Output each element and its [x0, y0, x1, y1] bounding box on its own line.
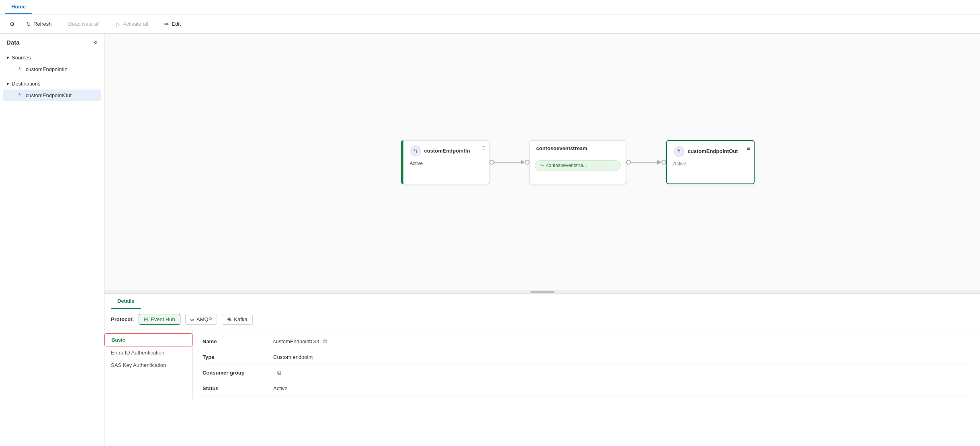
- endpoint-in-icon: ↰: [18, 66, 23, 72]
- field-value-type: Custom endpoint: [273, 354, 970, 360]
- connector-line-2: [631, 162, 657, 163]
- deactivate-all-button[interactable]: Deactivate all: [63, 19, 104, 29]
- connector-dot-3: [626, 160, 631, 165]
- connector-line-1: [494, 162, 521, 163]
- details-left-nav: Basic Entra ID Authentication SAS Key Au…: [104, 330, 193, 399]
- field-label-consumer-group: Consumer group: [203, 370, 267, 376]
- sidebar-title: Data: [6, 39, 20, 46]
- sidebar-item-label-customEndpointIn: customEndpointIn: [26, 66, 68, 72]
- edit-button[interactable]: ✏ Edit: [160, 19, 185, 29]
- stream-chip-label: contosoeventstra...: [546, 163, 587, 168]
- refresh-button[interactable]: ↻ Refresh: [21, 19, 57, 29]
- sidebar-item-label-customEndpointOut: customEndpointOut: [26, 92, 72, 98]
- tab-home[interactable]: Home: [5, 0, 32, 14]
- separator-1: [60, 19, 60, 29]
- kafka-label: Kafka: [234, 316, 247, 322]
- activate-all-label: Activate all: [123, 21, 148, 27]
- protocol-amqp-button[interactable]: ∞ AMQP: [185, 314, 217, 325]
- flow-container: ↰ customEndpointIn Active ≡: [401, 140, 755, 184]
- sidebar: Data « ▾ Sources ↰ customEndpointIn ▾ De…: [0, 34, 104, 446]
- eventhub-icon: ⊞: [144, 316, 148, 322]
- refresh-icon: ↻: [26, 21, 31, 27]
- field-label-type: Type: [203, 354, 267, 360]
- field-value-name: customEndpointOut ⧉: [273, 337, 970, 346]
- stream-chip-icon: 〜: [539, 162, 544, 169]
- source-node-title: customEndpointIn: [424, 148, 470, 154]
- source-node[interactable]: ↰ customEndpointIn Active ≡: [401, 140, 489, 184]
- field-value-name-text: customEndpointOut: [273, 338, 319, 344]
- destination-node-icon: ↰: [673, 146, 685, 157]
- canvas[interactable]: ↰ customEndpointIn Active ≡: [104, 34, 980, 290]
- destinations-chevron-icon: ▾: [6, 81, 9, 87]
- destination-node-status: Active: [667, 159, 754, 170]
- destinations-label: Destinations: [12, 81, 41, 87]
- connector-dot-4: [661, 160, 666, 165]
- deactivate-all-label: Deactivate all: [68, 21, 100, 27]
- scroll-thumb: [530, 291, 554, 293]
- nav-item-basic[interactable]: Basic: [104, 333, 192, 346]
- amqp-icon: ∞: [190, 316, 194, 322]
- sidebar-destinations-section: ▾ Destinations ↰ customEndpointOut: [0, 77, 104, 103]
- connector-arrow-1: [521, 160, 525, 165]
- sources-chevron-icon: ▾: [6, 55, 9, 61]
- canvas-area: ↰ customEndpointIn Active ≡: [104, 34, 980, 446]
- connector-1: [489, 160, 530, 165]
- field-row-status: Status Active: [203, 381, 970, 396]
- nav-item-sas[interactable]: SAS Key Authentication: [104, 359, 192, 371]
- copy-consumer-group-button[interactable]: ⧉: [276, 369, 282, 377]
- nav-item-entra[interactable]: Entra ID Authentication: [104, 346, 192, 359]
- copy-name-button[interactable]: ⧉: [322, 337, 328, 346]
- center-node[interactable]: contosoeventstream 〜 contosoeventstra...: [530, 140, 626, 184]
- source-node-icon: ↰: [410, 145, 421, 157]
- activate-all-icon: ▷: [116, 21, 121, 27]
- center-node-content: 〜 contosoeventstra...: [530, 154, 626, 174]
- field-row-consumer-group: Consumer group ⧉: [203, 365, 970, 381]
- destination-node-menu-button[interactable]: ≡: [747, 145, 750, 152]
- activate-all-button[interactable]: ▷ Activate all: [111, 19, 153, 29]
- protocol-eventhub-button[interactable]: ⊞ Event Hub: [139, 314, 180, 325]
- source-icon-symbol: ↰: [413, 148, 418, 154]
- sidebar-sources-section: ▾ Sources ↰ customEndpointIn: [0, 51, 104, 77]
- refresh-label: Refresh: [33, 21, 52, 27]
- kafka-icon: ❋: [227, 316, 231, 322]
- field-label-name: Name: [203, 338, 267, 344]
- field-row-type: Type Custom endpoint: [203, 350, 970, 365]
- protocol-kafka-button[interactable]: ❋ Kafka: [222, 314, 252, 325]
- sidebar-item-customEndpointIn[interactable]: ↰ customEndpointIn: [3, 63, 101, 75]
- sidebar-sources-header[interactable]: ▾ Sources: [0, 52, 104, 63]
- details-panel: Details Protocol: ⊞ Event Hub ∞ AMQP ❋ K…: [104, 293, 980, 446]
- amqp-label: AMQP: [196, 316, 212, 322]
- tab-details[interactable]: Details: [111, 294, 141, 309]
- destination-node[interactable]: ↰ customEndpointOut Active ≡: [666, 140, 755, 184]
- connector-2: [626, 160, 666, 165]
- sidebar-collapse-button[interactable]: «: [94, 39, 98, 46]
- sidebar-item-customEndpointOut[interactable]: ↰ customEndpointOut: [3, 90, 101, 101]
- destination-node-header: ↰ customEndpointOut: [667, 141, 754, 159]
- tab-bar: Home: [0, 0, 980, 14]
- source-node-menu-button[interactable]: ≡: [482, 145, 485, 152]
- field-value-consumer-group: ⧉: [273, 369, 970, 377]
- stream-chip: 〜 contosoeventstra...: [535, 160, 621, 171]
- protocol-row: Protocol: ⊞ Event Hub ∞ AMQP ❋ Kafka: [104, 309, 980, 330]
- field-value-status: Active: [273, 385, 970, 391]
- destination-icon-symbol: ↰: [677, 148, 681, 155]
- edit-label: Edit: [172, 21, 180, 27]
- separator-2: [108, 19, 108, 29]
- details-fields: Name customEndpointOut ⧉ Type Custom end…: [193, 330, 980, 399]
- connector-dot-1: [489, 160, 494, 165]
- sidebar-destinations-header[interactable]: ▾ Destinations: [0, 78, 104, 89]
- center-node-header: contosoeventstream: [530, 141, 626, 154]
- details-tabs: Details: [104, 294, 980, 309]
- gear-icon: ⚙: [10, 21, 15, 27]
- field-label-status: Status: [203, 385, 267, 391]
- main-layout: Data « ▾ Sources ↰ customEndpointIn ▾ De…: [0, 34, 980, 446]
- connector-dot-2: [525, 160, 530, 165]
- gear-button[interactable]: ⚙: [5, 19, 20, 29]
- protocol-label: Protocol:: [111, 316, 134, 322]
- eventhub-label: Event Hub: [151, 316, 175, 322]
- edit-icon: ✏: [164, 21, 169, 27]
- sidebar-header: Data «: [0, 34, 104, 51]
- canvas-scroll-hint: [104, 290, 980, 293]
- toolbar: ⚙ ↻ Refresh Deactivate all ▷ Activate al…: [0, 14, 980, 34]
- separator-3: [156, 19, 156, 29]
